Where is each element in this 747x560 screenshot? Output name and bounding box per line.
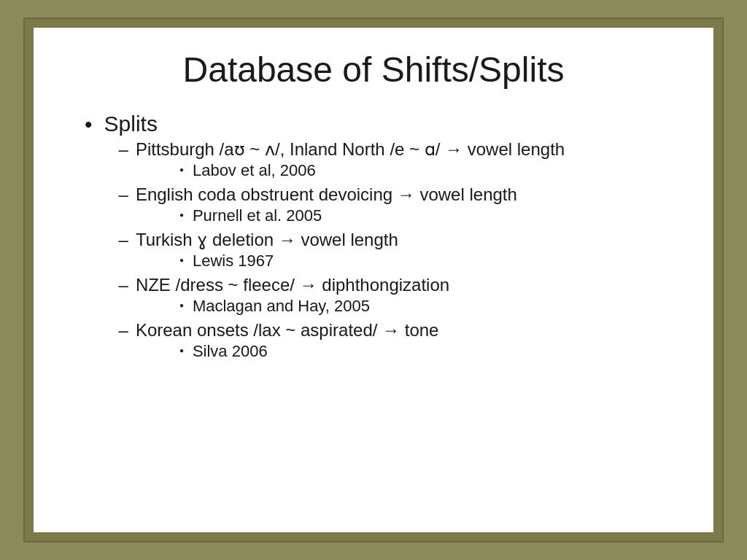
- sub-item-text-block-2: English coda obstruent devoicing → vowel…: [136, 184, 517, 228]
- sub-sub-list: ● Labov et al, 2006: [136, 161, 565, 180]
- sub-sub-item-text-5: Silva 2006: [193, 342, 268, 361]
- sub-item-text-5: Korean onsets /lax ~ aspirated/ → tone: [136, 320, 439, 340]
- slide-outer: Database of Shifts/Splits • Splits –: [23, 18, 724, 542]
- sub-list: – Pittsburgh /aʊ ~ ʌ/, Inland North /e ~…: [104, 139, 565, 364]
- small-bullet-icon-2: ●: [179, 211, 184, 219]
- sub-list-item-3: – Turkish ɣ deletion → vowel length ● Le…: [104, 230, 565, 273]
- sub-sub-item-text-2: Purnell et al. 2005: [193, 206, 322, 225]
- sub-item-text: Pittsburgh /aʊ ~ ʌ/, Inland North /e ~ ɑ…: [136, 139, 565, 159]
- sub-list-item-4: – NZE /dress ~ fleece/ → diphthongizatio…: [104, 275, 565, 319]
- sub-list-item-1: – Pittsburgh /aʊ ~ ʌ/, Inland North /e ~…: [104, 139, 565, 183]
- sub-sub-list-item-2: ● Purnell et al. 2005: [136, 206, 517, 225]
- sub-list-item-5: – Korean onsets /lax ~ aspirated/ → tone…: [104, 320, 565, 364]
- sub-sub-list-item: ● Labov et al, 2006: [136, 161, 565, 180]
- sub-list-item-2: – English coda obstruent devoicing → vow…: [104, 184, 565, 228]
- list-item: • Splits – Pittsburgh /aʊ ~ ʌ/, Inland N…: [85, 112, 677, 365]
- sub-item-text-3: Turkish ɣ deletion → vowel length: [136, 230, 398, 249]
- slide-inner: Database of Shifts/Splits • Splits –: [34, 28, 713, 532]
- sub-item-text-block-5: Korean onsets /lax ~ aspirated/ → tone ●…: [136, 320, 439, 364]
- small-bullet-icon-3: ●: [179, 256, 184, 264]
- main-item-label: Splits: [104, 112, 158, 136]
- dash-icon-4: –: [119, 275, 128, 295]
- small-bullet-icon: ●: [179, 166, 184, 174]
- sub-item-text-block-3: Turkish ɣ deletion → vowel length ● Lewi…: [136, 230, 398, 273]
- sub-sub-item-text-4: Maclagan and Hay, 2005: [193, 297, 370, 316]
- dash-icon: –: [119, 139, 128, 159]
- small-bullet-icon-5: ●: [179, 346, 184, 354]
- sub-sub-list-item-5: ● Silva 2006: [136, 342, 439, 361]
- dash-icon-3: –: [119, 230, 128, 249]
- sub-item-text-2: English coda obstruent devoicing → vowel…: [136, 184, 517, 204]
- small-bullet-icon-4: ●: [179, 301, 184, 309]
- sub-sub-list-5: ● Silva 2006: [136, 342, 439, 361]
- sub-sub-list-2: ● Purnell et al. 2005: [136, 206, 517, 225]
- sub-sub-item-text: Labov et al, 2006: [193, 161, 316, 180]
- main-item-content: Splits – Pittsburgh /aʊ ~ ʌ/, Inland Nor…: [104, 112, 565, 365]
- sub-item-text-block: Pittsburgh /aʊ ~ ʌ/, Inland North /e ~ ɑ…: [136, 139, 565, 183]
- main-list: • Splits – Pittsburgh /aʊ ~ ʌ/, Inland N…: [85, 112, 677, 365]
- sub-item-dash-3: –: [119, 230, 136, 250]
- sub-sub-item-text-3: Lewis 1967: [193, 252, 274, 271]
- slide-content: • Splits – Pittsburgh /aʊ ~ ʌ/, Inland N…: [70, 112, 677, 510]
- sub-item-text-block-4: NZE /dress ~ fleece/ → diphthongization …: [136, 275, 449, 319]
- sub-item-text-4: NZE /dress ~ fleece/ → diphthongization: [136, 275, 449, 295]
- dash-icon: –: [119, 184, 128, 204]
- sub-sub-list-item-3: ● Lewis 1967: [136, 252, 398, 271]
- dash-icon-5: –: [119, 320, 128, 340]
- sub-item-dash: –: [119, 184, 136, 205]
- sub-sub-list-3: ● Lewis 1967: [136, 252, 398, 271]
- sub-sub-list-item-4: ● Maclagan and Hay, 2005: [136, 297, 449, 316]
- sub-item-dash-4: –: [119, 275, 136, 295]
- sub-item-content: –: [119, 139, 136, 160]
- sub-sub-list-4: ● Maclagan and Hay, 2005: [136, 297, 449, 316]
- sub-item-dash-5: –: [119, 320, 136, 341]
- main-bullet-icon: •: [85, 112, 93, 138]
- slide-title: Database of Shifts/Splits: [70, 50, 677, 90]
